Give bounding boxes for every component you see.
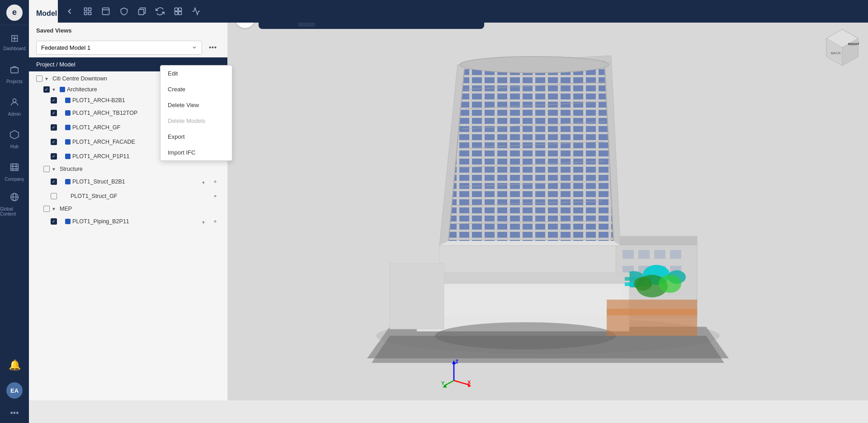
targets-button[interactable] bbox=[170, 3, 186, 19]
svg-rect-38 bbox=[638, 250, 650, 259]
cube-button[interactable] bbox=[134, 3, 150, 19]
tree-action-settings-struct-b2b1[interactable] bbox=[210, 177, 220, 187]
sidebar-nav: e ⊞ Dashboard Projects Admin Hub bbox=[0, 0, 29, 423]
tree-expand-citi-centre[interactable]: ▼ bbox=[44, 76, 51, 81]
tree-checkbox-structure[interactable] bbox=[43, 166, 50, 172]
svg-point-29 bbox=[214, 195, 216, 197]
tree-checkbox-arch-p1p11[interactable] bbox=[51, 153, 57, 160]
tree-action-upload-piping-b2p11[interactable] bbox=[198, 216, 208, 226]
saved-views-label: Saved Views bbox=[29, 25, 227, 38]
tree-label-structure: Structure bbox=[60, 166, 220, 172]
context-menu-delete-models: Delete Models bbox=[160, 113, 232, 129]
top-toolbar bbox=[58, 0, 868, 23]
svg-rect-39 bbox=[654, 250, 665, 259]
tree-expand-architecture[interactable]: ▼ bbox=[52, 87, 58, 92]
tree-checkbox-citi-centre[interactable] bbox=[36, 75, 42, 82]
tree-label-mep: MEP bbox=[60, 206, 220, 212]
tree-checkbox-arch-tb12top[interactable] bbox=[51, 110, 57, 116]
sidebar-item-admin[interactable]: Admin bbox=[0, 90, 29, 123]
tree-color-piping-b2p11 bbox=[65, 219, 71, 224]
tree-color-arch-tb12top bbox=[65, 110, 71, 116]
tree-action-settings-struct-gf[interactable] bbox=[210, 191, 220, 201]
tree-checkbox-arch-b2b1[interactable] bbox=[51, 97, 57, 103]
building-svg bbox=[344, 19, 751, 381]
tree-item-struct-gf[interactable]: PLOT1_Struct_GF bbox=[29, 189, 227, 203]
svg-point-70 bbox=[435, 322, 616, 349]
sidebar-item-company[interactable]: Company bbox=[0, 155, 29, 188]
tree-label-struct-b2b1: PLOT1_Struct_B2B1 bbox=[72, 179, 197, 185]
sidebar-item-hub[interactable]: Hub bbox=[0, 123, 29, 155]
sync-button[interactable] bbox=[152, 3, 168, 19]
back-button[interactable] bbox=[61, 3, 78, 19]
svg-rect-15 bbox=[179, 8, 182, 11]
tree-checkbox-piping-b2p11[interactable] bbox=[51, 218, 57, 225]
viewport[interactable]: ✕ bbox=[228, 0, 868, 400]
grid-view-button[interactable] bbox=[80, 3, 96, 19]
tree-checkbox-struct-b2b1[interactable] bbox=[51, 179, 57, 185]
shield-button[interactable] bbox=[116, 3, 132, 19]
svg-rect-71 bbox=[607, 300, 697, 336]
svg-rect-37 bbox=[623, 250, 634, 259]
svg-rect-11 bbox=[103, 8, 109, 15]
context-menu-create[interactable]: Create bbox=[160, 81, 232, 97]
sidebar-item-global-content[interactable]: Global Content bbox=[0, 188, 29, 221]
company-icon bbox=[9, 162, 19, 175]
tree-action-settings-piping-b2p11[interactable] bbox=[210, 216, 220, 226]
more-options-btn[interactable]: ••• bbox=[0, 403, 29, 423]
sidebar-item-company-label: Company bbox=[5, 177, 24, 182]
context-menu-edit[interactable]: Edit bbox=[160, 66, 232, 81]
user-avatar[interactable]: EA bbox=[0, 378, 29, 403]
svg-rect-72 bbox=[607, 309, 697, 315]
tree-color-struct-b2b1 bbox=[65, 179, 71, 184]
context-menu-import-ifc[interactable]: Import IFC bbox=[160, 145, 232, 160]
tree-color-architecture bbox=[60, 87, 65, 92]
sidebar-item-global-label: Global Content bbox=[0, 207, 29, 216]
svg-rect-16 bbox=[175, 12, 178, 15]
tree-expand-structure[interactable]: ▼ bbox=[52, 167, 58, 172]
sidebar-item-admin-label: Admin bbox=[8, 112, 21, 117]
tree-color-arch-p1p11 bbox=[65, 154, 71, 159]
building-container bbox=[228, 0, 868, 400]
svg-text:RIGHT: RIGHT bbox=[848, 42, 859, 46]
tree-expand-mep[interactable]: ▼ bbox=[52, 207, 58, 212]
tree-item-piping-b2p11[interactable]: PLOT1_Piping_B2P11 bbox=[29, 214, 227, 229]
more-menu-button[interactable]: ••• bbox=[206, 40, 220, 55]
tree-color-arch-gf bbox=[65, 125, 71, 130]
svg-rect-3 bbox=[11, 164, 19, 170]
svg-text:BACK: BACK bbox=[831, 51, 841, 55]
svg-text:Z: Z bbox=[455, 359, 458, 364]
notification-btn[interactable]: 🔔 bbox=[0, 352, 29, 378]
sidebar-item-dashboard-label: Dashboard bbox=[4, 46, 26, 51]
svg-rect-8 bbox=[89, 8, 91, 11]
context-menu-delete-view[interactable]: Delete View bbox=[160, 97, 232, 113]
sidebar-item-projects[interactable]: Projects bbox=[0, 58, 29, 90]
sidebar-item-dashboard[interactable]: ⊞ Dashboard bbox=[0, 25, 29, 58]
tree-color-arch-facade bbox=[65, 139, 71, 145]
tree-checkbox-struct-gf[interactable] bbox=[51, 193, 57, 199]
tree-checkbox-mep[interactable] bbox=[43, 206, 50, 212]
svg-rect-67 bbox=[390, 263, 444, 329]
axis-indicator: Z X Y bbox=[440, 358, 472, 391]
svg-point-31 bbox=[214, 221, 216, 222]
federated-model-select[interactable]: Federated Model 1 bbox=[36, 41, 202, 55]
chart-button[interactable] bbox=[188, 3, 204, 19]
svg-marker-52 bbox=[439, 241, 620, 245]
admin-icon bbox=[9, 97, 19, 110]
tree-checkbox-architecture[interactable] bbox=[43, 86, 50, 93]
tree-label-piping-b2p11: PLOT1_Piping_B2P11 bbox=[72, 218, 197, 225]
projects-icon bbox=[9, 65, 19, 77]
cube-navigator[interactable]: RIGHT BACK bbox=[822, 27, 863, 70]
tree-checkbox-arch-facade[interactable] bbox=[51, 139, 57, 145]
tree-label-struct-gf: PLOT1_Struct_GF bbox=[71, 193, 208, 199]
hub-icon bbox=[9, 130, 19, 142]
svg-point-74 bbox=[659, 275, 681, 293]
model-directory-panel: Model Directory Load Saved Views bbox=[29, 0, 228, 400]
context-menu-export[interactable]: Export bbox=[160, 129, 232, 145]
layers-button[interactable] bbox=[98, 3, 114, 19]
dashboard-icon: ⊞ bbox=[10, 33, 19, 44]
tree-action-upload-struct-b2b1[interactable] bbox=[198, 177, 208, 187]
tree-item-structure[interactable]: ▼ Structure bbox=[29, 164, 227, 174]
tree-checkbox-arch-gf[interactable] bbox=[51, 124, 57, 131]
tree-item-struct-b2b1[interactable]: PLOT1_Struct_B2B1 bbox=[29, 174, 227, 189]
tree-item-mep[interactable]: ▼ MEP bbox=[29, 203, 227, 214]
